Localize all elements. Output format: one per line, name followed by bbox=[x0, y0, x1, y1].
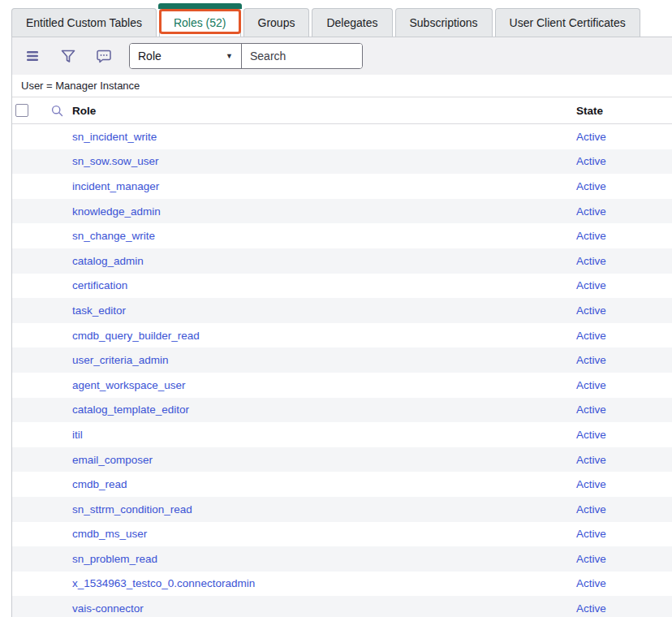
tab-bar: Entitled Custom Tables Roles (52) Groups… bbox=[0, 0, 672, 37]
list-menu-icon-glyph bbox=[26, 50, 39, 62]
state-link[interactable]: Active bbox=[576, 429, 606, 441]
state-link[interactable]: Active bbox=[576, 454, 606, 466]
table-row: sn_sow.sow_user Active bbox=[12, 149, 672, 175]
role-cell: catalog_admin bbox=[72, 255, 576, 267]
state-link[interactable]: Active bbox=[576, 503, 606, 516]
state-link[interactable]: Active bbox=[576, 304, 606, 317]
role-cell: sn_problem_read bbox=[72, 553, 576, 565]
table-row: task_editor Active bbox=[12, 298, 672, 323]
tab-groups[interactable]: Groups bbox=[243, 8, 310, 37]
role-link[interactable]: sn_change_write bbox=[72, 230, 155, 242]
table-row: agent_workspace_user Active bbox=[12, 373, 672, 398]
tab-entitled-custom-tables[interactable]: Entitled Custom Tables bbox=[11, 8, 157, 37]
state-link[interactable]: Active bbox=[576, 255, 606, 267]
state-cell: Active bbox=[576, 602, 672, 615]
role-link[interactable]: sn_incident_write bbox=[72, 131, 157, 143]
role-link[interactable]: knowledge_admin bbox=[72, 205, 161, 218]
role-link[interactable]: sn_problem_read bbox=[72, 553, 157, 565]
role-link[interactable]: vais-connector bbox=[72, 602, 144, 615]
role-cell: knowledge_admin bbox=[72, 205, 576, 218]
role-cell: certification bbox=[72, 279, 576, 291]
table-row: email_composer Active bbox=[12, 447, 672, 472]
list-menu-icon[interactable] bbox=[20, 44, 45, 68]
table-row: sn_problem_read Active bbox=[12, 546, 672, 572]
filter-icon[interactable] bbox=[56, 44, 80, 68]
search-column-select[interactable]: Role ▼ bbox=[130, 44, 242, 68]
state-cell: Active bbox=[576, 429, 672, 441]
tab-roles[interactable]: Roles (52) bbox=[159, 8, 241, 37]
role-link[interactable]: itil bbox=[72, 429, 83, 441]
role-cell: sn_sow.sow_user bbox=[72, 155, 576, 167]
state-link[interactable]: Active bbox=[576, 379, 606, 391]
table-row: knowledge_admin Active bbox=[12, 199, 672, 224]
state-link[interactable]: Active bbox=[576, 205, 606, 218]
column-header-state[interactable]: State bbox=[576, 105, 672, 117]
search-icon-glyph bbox=[51, 105, 63, 117]
role-cell: vais-connector bbox=[72, 602, 576, 615]
state-cell: Active bbox=[576, 503, 672, 516]
role-cell: task_editor bbox=[72, 304, 576, 317]
select-all-checkbox[interactable] bbox=[15, 104, 28, 117]
role-link[interactable]: catalog_template_editor bbox=[72, 403, 189, 416]
role-link[interactable]: certification bbox=[72, 279, 127, 291]
role-link[interactable]: agent_workspace_user bbox=[72, 379, 186, 391]
state-link[interactable]: Active bbox=[576, 553, 606, 565]
state-cell: Active bbox=[576, 553, 672, 565]
state-link[interactable]: Active bbox=[576, 577, 606, 589]
select-all-cell bbox=[12, 104, 41, 117]
state-cell: Active bbox=[576, 180, 672, 192]
state-cell: Active bbox=[576, 577, 672, 589]
role-link[interactable]: sn_sow.sow_user bbox=[72, 155, 159, 167]
comment-icon-glyph bbox=[97, 50, 111, 63]
state-cell: Active bbox=[576, 379, 672, 391]
search-column-value: Role bbox=[138, 50, 162, 63]
table-row: catalog_admin Active bbox=[12, 248, 672, 274]
state-link[interactable]: Active bbox=[576, 403, 606, 416]
roles-list-page: Entitled Custom Tables Roles (52) Groups… bbox=[0, 0, 672, 617]
role-cell: sn_incident_write bbox=[72, 131, 576, 143]
role-link[interactable]: sn_sttrm_condition_read bbox=[72, 503, 192, 516]
table-body: sn_incident_write Active sn_sow.sow_user… bbox=[12, 124, 672, 617]
state-cell: Active bbox=[576, 528, 672, 540]
state-link[interactable]: Active bbox=[576, 180, 606, 192]
tab-delegates[interactable]: Delegates bbox=[312, 8, 392, 37]
role-cell: sn_sttrm_condition_read bbox=[72, 503, 576, 516]
role-link[interactable]: email_composer bbox=[72, 454, 153, 466]
state-link[interactable]: Active bbox=[576, 131, 606, 143]
table-row: x_1534963_testco_0.connectoradmin Active bbox=[12, 572, 672, 597]
state-cell: Active bbox=[576, 454, 672, 466]
state-link[interactable]: Active bbox=[576, 478, 606, 490]
state-link[interactable]: Active bbox=[576, 330, 606, 342]
list-header-row: Role State bbox=[12, 97, 672, 124]
tab-subscriptions[interactable]: Subscriptions bbox=[395, 8, 493, 37]
state-link[interactable]: Active bbox=[576, 155, 606, 167]
role-link[interactable]: incident_manager bbox=[72, 180, 159, 192]
role-cell: itil bbox=[72, 429, 576, 441]
state-link[interactable]: Active bbox=[576, 230, 606, 242]
state-link[interactable]: Active bbox=[576, 528, 606, 540]
state-cell: Active bbox=[576, 155, 672, 167]
role-link[interactable]: x_1534963_testco_0.connectoradmin bbox=[72, 577, 255, 589]
role-link[interactable]: cmdb_read bbox=[72, 478, 127, 490]
role-link[interactable]: cmdb_ms_user bbox=[72, 528, 147, 540]
state-cell: Active bbox=[576, 330, 672, 342]
role-cell: user_criteria_admin bbox=[72, 354, 576, 366]
search-input[interactable] bbox=[242, 44, 362, 68]
search-icon[interactable] bbox=[49, 102, 65, 119]
table-row: sn_sttrm_condition_read Active bbox=[12, 497, 672, 522]
comment-icon[interactable] bbox=[92, 44, 116, 68]
role-cell: cmdb_read bbox=[72, 478, 576, 490]
role-link[interactable]: catalog_admin bbox=[72, 255, 144, 267]
column-header-role[interactable]: Role bbox=[72, 105, 576, 117]
role-link[interactable]: task_editor bbox=[72, 304, 126, 317]
state-link[interactable]: Active bbox=[576, 279, 606, 291]
role-link[interactable]: cmdb_query_builder_read bbox=[72, 330, 200, 342]
role-link[interactable]: user_criteria_admin bbox=[72, 354, 169, 366]
state-link[interactable]: Active bbox=[576, 602, 606, 615]
state-cell: Active bbox=[576, 230, 672, 242]
tab-user-client-certificates[interactable]: User Client Certificates bbox=[495, 8, 640, 37]
filter-condition-bar[interactable]: User = Manager Instance bbox=[12, 75, 672, 97]
state-cell: Active bbox=[576, 304, 672, 317]
state-link[interactable]: Active bbox=[576, 354, 606, 366]
table-row: certification Active bbox=[12, 274, 672, 299]
